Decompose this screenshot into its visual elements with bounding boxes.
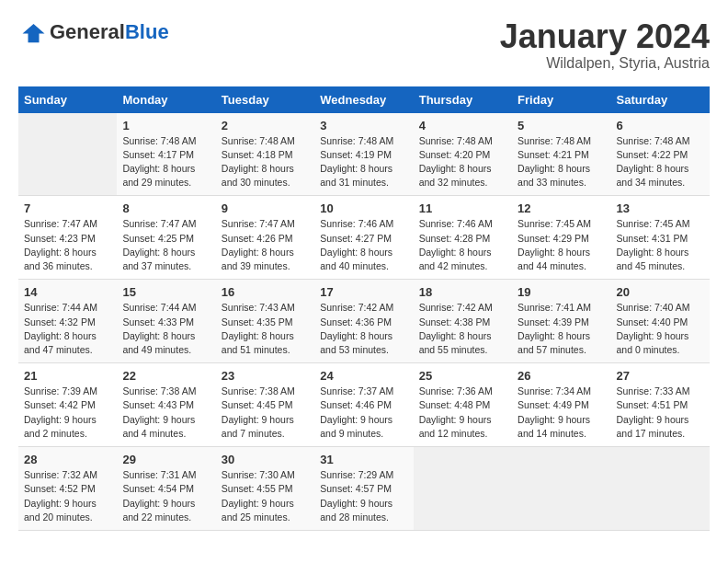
day-info: Sunrise: 7:34 AMSunset: 4:49 PMDaylight:… — [518, 385, 591, 439]
calendar-body: 1 Sunrise: 7:48 AMSunset: 4:17 PMDayligh… — [18, 113, 710, 531]
calendar-cell: 5 Sunrise: 7:48 AMSunset: 4:21 PMDayligh… — [512, 113, 610, 196]
day-info: Sunrise: 7:33 AMSunset: 4:51 PMDaylight:… — [617, 385, 690, 439]
calendar-cell: 1 Sunrise: 7:48 AMSunset: 4:17 PMDayligh… — [117, 113, 215, 196]
day-number: 18 — [419, 285, 506, 299]
calendar-title: January 2024 — [500, 18, 710, 55]
calendar-week-row: 21 Sunrise: 7:39 AMSunset: 4:42 PMDaylig… — [18, 363, 710, 447]
logo-blue: Blue — [125, 22, 169, 42]
calendar-cell: 14 Sunrise: 7:44 AMSunset: 4:32 PMDaylig… — [18, 280, 117, 363]
header-wednesday: Wednesday — [314, 86, 413, 113]
calendar-cell: 22 Sunrise: 7:38 AMSunset: 4:43 PMDaylig… — [117, 363, 215, 447]
day-number: 3 — [320, 119, 407, 132]
day-info: Sunrise: 7:42 AMSunset: 4:36 PMDaylight:… — [320, 302, 393, 355]
day-number: 31 — [320, 453, 407, 466]
calendar-cell: 6 Sunrise: 7:48 AMSunset: 4:22 PMDayligh… — [611, 113, 710, 196]
day-info: Sunrise: 7:45 AMSunset: 4:29 PMDaylight:… — [518, 218, 591, 271]
day-info: Sunrise: 7:29 AMSunset: 4:57 PMDaylight:… — [320, 469, 393, 523]
day-info: Sunrise: 7:48 AMSunset: 4:18 PMDaylight:… — [222, 135, 295, 189]
svg-marker-0 — [23, 24, 45, 42]
day-info: Sunrise: 7:44 AMSunset: 4:33 PMDaylight:… — [122, 302, 196, 355]
title-section: January 2024 Wildalpen, Styria, Austria — [500, 18, 710, 72]
calendar-cell: 4 Sunrise: 7:48 AMSunset: 4:20 PMDayligh… — [414, 113, 512, 196]
day-info: Sunrise: 7:44 AMSunset: 4:32 PMDaylight:… — [24, 302, 97, 355]
day-info: Sunrise: 7:48 AMSunset: 4:17 PMDaylight:… — [122, 135, 196, 189]
day-number: 21 — [24, 369, 111, 383]
day-info: Sunrise: 7:46 AMSunset: 4:27 PMDaylight:… — [320, 218, 393, 271]
header-sunday: Sunday — [18, 86, 117, 113]
day-number: 14 — [24, 285, 111, 299]
day-info: Sunrise: 7:48 AMSunset: 4:22 PMDaylight:… — [617, 135, 690, 189]
calendar-week-row: 7 Sunrise: 7:47 AMSunset: 4:23 PMDayligh… — [18, 196, 710, 280]
day-info: Sunrise: 7:41 AMSunset: 4:39 PMDaylight:… — [518, 302, 591, 355]
calendar-cell: 12 Sunrise: 7:45 AMSunset: 4:29 PMDaylig… — [512, 196, 610, 280]
calendar-cell: 30 Sunrise: 7:30 AMSunset: 4:55 PMDaylig… — [216, 447, 314, 531]
calendar-cell: 18 Sunrise: 7:42 AMSunset: 4:38 PMDaylig… — [414, 280, 512, 363]
day-number: 11 — [419, 201, 506, 215]
calendar-week-row: 1 Sunrise: 7:48 AMSunset: 4:17 PMDayligh… — [18, 113, 710, 196]
calendar-cell: 27 Sunrise: 7:33 AMSunset: 4:51 PMDaylig… — [611, 363, 710, 447]
day-info: Sunrise: 7:32 AMSunset: 4:52 PMDaylight:… — [24, 469, 97, 523]
day-number: 25 — [419, 369, 506, 383]
calendar-cell: 31 Sunrise: 7:29 AMSunset: 4:57 PMDaylig… — [314, 447, 413, 531]
logo-general: General — [50, 22, 125, 42]
header-saturday: Saturday — [611, 86, 710, 113]
day-info: Sunrise: 7:47 AMSunset: 4:23 PMDaylight:… — [24, 218, 97, 271]
day-info: Sunrise: 7:37 AMSunset: 4:46 PMDaylight:… — [320, 385, 393, 439]
day-number: 20 — [617, 285, 704, 299]
day-info: Sunrise: 7:47 AMSunset: 4:26 PMDaylight:… — [222, 218, 295, 271]
logo-icon — [18, 18, 46, 46]
day-number: 15 — [122, 285, 210, 299]
calendar-cell — [611, 447, 710, 531]
day-number: 28 — [24, 453, 111, 466]
day-number: 9 — [222, 201, 309, 215]
day-info: Sunrise: 7:38 AMSunset: 4:45 PMDaylight:… — [222, 385, 295, 439]
day-number: 4 — [419, 119, 506, 132]
day-info: Sunrise: 7:45 AMSunset: 4:31 PMDaylight:… — [617, 218, 690, 271]
day-info: Sunrise: 7:43 AMSunset: 4:35 PMDaylight:… — [222, 302, 295, 355]
day-info: Sunrise: 7:42 AMSunset: 4:38 PMDaylight:… — [419, 302, 493, 355]
calendar-cell: 8 Sunrise: 7:47 AMSunset: 4:25 PMDayligh… — [117, 196, 215, 280]
calendar-cell: 21 Sunrise: 7:39 AMSunset: 4:42 PMDaylig… — [18, 363, 117, 447]
calendar-cell: 28 Sunrise: 7:32 AMSunset: 4:52 PMDaylig… — [18, 447, 117, 531]
calendar-cell: 17 Sunrise: 7:42 AMSunset: 4:36 PMDaylig… — [314, 280, 413, 363]
day-number: 2 — [222, 119, 309, 132]
day-info: Sunrise: 7:48 AMSunset: 4:20 PMDaylight:… — [419, 135, 493, 189]
day-info: Sunrise: 7:48 AMSunset: 4:19 PMDaylight:… — [320, 135, 393, 189]
day-info: Sunrise: 7:46 AMSunset: 4:28 PMDaylight:… — [419, 218, 493, 271]
day-number: 12 — [518, 201, 605, 215]
calendar-header: Sunday Monday Tuesday Wednesday Thursday… — [18, 86, 710, 113]
day-info: Sunrise: 7:40 AMSunset: 4:40 PMDaylight:… — [617, 302, 690, 355]
calendar-cell — [512, 447, 610, 531]
calendar-cell: 15 Sunrise: 7:44 AMSunset: 4:33 PMDaylig… — [117, 280, 215, 363]
calendar-cell: 9 Sunrise: 7:47 AMSunset: 4:26 PMDayligh… — [216, 196, 314, 280]
calendar-week-row: 14 Sunrise: 7:44 AMSunset: 4:32 PMDaylig… — [18, 280, 710, 363]
calendar-week-row: 28 Sunrise: 7:32 AMSunset: 4:52 PMDaylig… — [18, 447, 710, 531]
calendar-cell: 10 Sunrise: 7:46 AMSunset: 4:27 PMDaylig… — [314, 196, 413, 280]
calendar-cell: 26 Sunrise: 7:34 AMSunset: 4:49 PMDaylig… — [512, 363, 610, 447]
day-number: 19 — [518, 285, 605, 299]
day-number: 23 — [222, 369, 309, 383]
day-number: 22 — [122, 369, 210, 383]
day-info: Sunrise: 7:47 AMSunset: 4:25 PMDaylight:… — [122, 218, 196, 271]
day-number: 27 — [617, 369, 704, 383]
calendar-cell: 19 Sunrise: 7:41 AMSunset: 4:39 PMDaylig… — [512, 280, 610, 363]
header-tuesday: Tuesday — [216, 86, 314, 113]
day-number: 17 — [320, 285, 407, 299]
day-number: 5 — [518, 119, 605, 132]
day-number: 8 — [122, 201, 210, 215]
logo: General Blue — [18, 18, 169, 46]
day-number: 29 — [122, 453, 210, 466]
day-number: 30 — [222, 453, 309, 466]
calendar-cell — [414, 447, 512, 531]
calendar-cell: 13 Sunrise: 7:45 AMSunset: 4:31 PMDaylig… — [611, 196, 710, 280]
day-info: Sunrise: 7:39 AMSunset: 4:42 PMDaylight:… — [24, 385, 97, 439]
day-number: 26 — [518, 369, 605, 383]
day-info: Sunrise: 7:48 AMSunset: 4:21 PMDaylight:… — [518, 135, 591, 189]
calendar-cell: 11 Sunrise: 7:46 AMSunset: 4:28 PMDaylig… — [414, 196, 512, 280]
header-monday: Monday — [117, 86, 215, 113]
day-number: 24 — [320, 369, 407, 383]
day-info: Sunrise: 7:31 AMSunset: 4:54 PMDaylight:… — [122, 469, 196, 523]
calendar-subtitle: Wildalpen, Styria, Austria — [500, 55, 710, 72]
day-number: 10 — [320, 201, 407, 215]
day-info: Sunrise: 7:30 AMSunset: 4:55 PMDaylight:… — [222, 469, 295, 523]
